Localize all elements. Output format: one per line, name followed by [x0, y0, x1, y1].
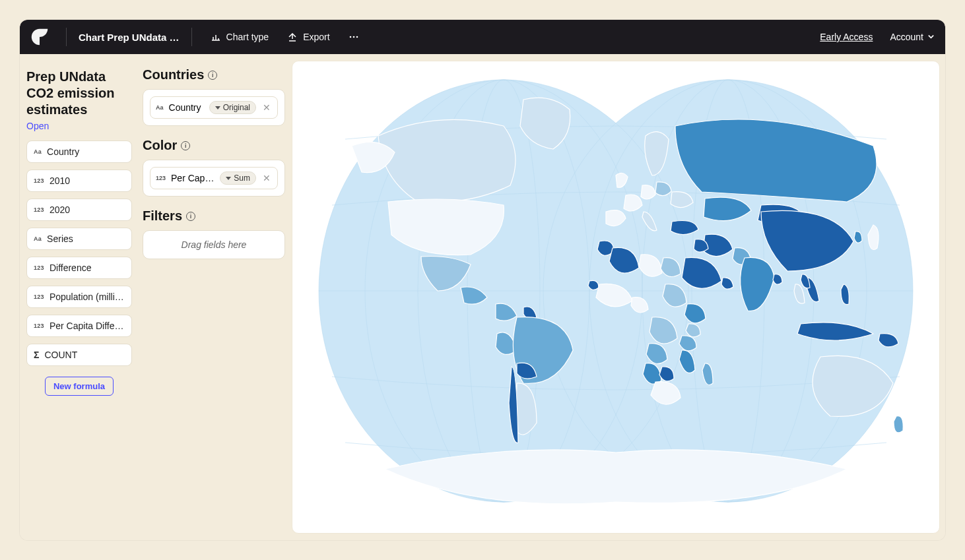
color-dropzone[interactable]: Per Capita … Sum ✕: [143, 160, 285, 197]
chip-label: Country: [169, 102, 204, 113]
text-type-icon: [34, 148, 42, 155]
chart-canvas[interactable]: [292, 61, 940, 534]
color-chip[interactable]: Per Capita … Sum ✕: [150, 167, 278, 189]
config-panel: Countries i Country Original ✕ Color i: [139, 54, 292, 540]
divider: [191, 28, 192, 46]
account-menu[interactable]: Account: [890, 32, 935, 42]
more-button[interactable]: [342, 28, 366, 46]
open-dataset-link[interactable]: Open: [26, 121, 132, 131]
number-type-icon: [34, 177, 44, 184]
new-formula-button[interactable]: New formula: [45, 377, 114, 396]
info-icon[interactable]: i: [186, 212, 195, 221]
field-2010[interactable]: 2010: [26, 170, 132, 192]
field-2020[interactable]: 2020: [26, 199, 132, 221]
number-type-icon: [34, 206, 44, 213]
aggregation-badge[interactable]: Sum: [220, 171, 256, 185]
remove-chip-button[interactable]: ✕: [261, 173, 272, 183]
field-country[interactable]: Country: [26, 140, 132, 163]
field-series[interactable]: Series: [26, 228, 132, 250]
fields-sidebar: Prep UNdata CO2 emission estimates Open …: [20, 54, 139, 540]
field-label: Difference: [50, 263, 125, 273]
topbar: Chart Prep UNdata … Chart type Export Ea…: [20, 20, 945, 54]
info-icon[interactable]: i: [181, 141, 190, 150]
section-label: Color: [143, 138, 177, 153]
chart-type-icon: [211, 32, 221, 42]
chevron-down-icon: [927, 32, 935, 42]
number-type-icon: [156, 175, 166, 181]
field-label: Series: [47, 233, 125, 244]
info-icon[interactable]: i: [208, 71, 217, 80]
countries-dropzone[interactable]: Country Original ✕: [143, 89, 285, 126]
number-type-icon: [34, 294, 44, 300]
section-label: Countries: [143, 67, 204, 82]
filters-section-title: Filters i: [143, 208, 285, 224]
field-label: COUNT: [44, 350, 125, 360]
color-section-title: Color i: [143, 138, 285, 153]
remove-chip-button[interactable]: ✕: [261, 102, 272, 113]
map-senegal: [588, 280, 599, 290]
filters-placeholder: Drag fields here: [182, 239, 247, 250]
field-label: Per Capita Differen…: [50, 321, 125, 331]
aggregation-label: Original: [223, 103, 250, 112]
field-label: 2010: [50, 175, 125, 186]
export-button[interactable]: Export: [281, 28, 336, 46]
map-new-zealand: [894, 416, 903, 432]
export-icon: [287, 32, 298, 42]
text-type-icon: [34, 235, 42, 242]
field-population[interactable]: Population (millions): [26, 286, 132, 308]
field-label: 2020: [50, 204, 125, 215]
account-label: Account: [890, 32, 923, 42]
aggregation-label: Sum: [234, 173, 250, 183]
chart-name[interactable]: Chart Prep UNdata …: [79, 32, 180, 43]
divider: [66, 28, 67, 46]
map-antarctica: [385, 449, 847, 503]
filters-dropzone[interactable]: Drag fields here: [143, 230, 285, 259]
countries-section-title: Countries i: [143, 67, 285, 82]
number-type-icon: [34, 264, 44, 271]
field-label: Population (millions): [50, 292, 125, 302]
field-label: Country: [47, 146, 125, 157]
world-choropleth-map: [306, 73, 926, 522]
svg-point-2: [356, 36, 358, 38]
text-type-icon: [156, 104, 164, 111]
field-per-capita-diff[interactable]: Per Capita Differen…: [26, 315, 132, 337]
dataset-title: Prep UNdata CO2 emission estimates: [26, 69, 132, 118]
early-access-link[interactable]: Early Access: [820, 32, 873, 42]
number-type-icon: [34, 323, 44, 329]
sigma-icon: Σ: [34, 350, 39, 360]
field-count[interactable]: Σ COUNT: [26, 344, 132, 366]
more-icon: [349, 32, 359, 42]
field-difference[interactable]: Difference: [26, 257, 132, 279]
chip-label: Per Capita …: [171, 173, 215, 183]
section-label: Filters: [143, 208, 182, 224]
app-logo[interactable]: [30, 28, 49, 46]
chart-type-label: Chart type: [226, 32, 269, 42]
svg-point-0: [349, 36, 351, 38]
countries-chip[interactable]: Country Original ✕: [150, 96, 278, 119]
aggregation-badge[interactable]: Original: [209, 101, 256, 114]
export-label: Export: [303, 32, 329, 42]
chart-type-button[interactable]: Chart type: [204, 28, 276, 46]
svg-point-1: [352, 36, 354, 38]
